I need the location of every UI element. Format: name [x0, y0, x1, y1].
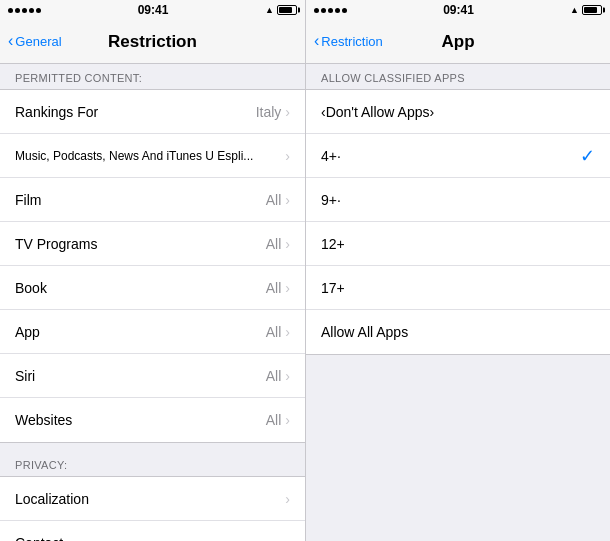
item-value-text: All	[266, 192, 282, 208]
right-back-label: Restriction	[321, 34, 382, 49]
item-label: Book	[15, 280, 47, 296]
list-item[interactable]: Localization‍ ›	[0, 477, 305, 521]
allow-classified-list: ‹Don't Allow Apps› 4+· ✓ 9+· 12+ 17+ All…	[306, 89, 610, 355]
left-panel: 09:41 ▲ ‹ General Restriction PERMITTED …	[0, 0, 305, 541]
right-nav-title: App‍	[441, 32, 474, 52]
right-icons: ▲	[570, 5, 602, 15]
list-item[interactable]: Music, Podcasts, News And iTunes U Espli…	[0, 134, 305, 178]
right-time: 09:41	[443, 3, 474, 17]
right-wifi-icon: ▲	[570, 5, 579, 15]
item-label: Localization‍	[15, 491, 89, 507]
item-value-text: All	[266, 280, 282, 296]
permitted-content-list: Rankings For Italy › Music, Podcasts, Ne…	[0, 89, 305, 443]
item-value: ›	[285, 491, 290, 507]
checkmark-icon: ✓	[580, 145, 595, 167]
item-label: 12+	[321, 236, 345, 252]
item-label: Music, Podcasts, News And iTunes U Espli…	[15, 149, 253, 163]
dot4	[335, 8, 340, 13]
item-value-text: Italy	[256, 104, 282, 120]
item-label: Contact	[15, 535, 63, 542]
right-list-item[interactable]: ‹Don't Allow Apps›	[306, 90, 610, 134]
dot5	[36, 8, 41, 13]
item-label: Siri‍	[15, 368, 35, 384]
dot2	[321, 8, 326, 13]
item-label: 9+·	[321, 192, 341, 208]
item-label: 17+	[321, 280, 345, 296]
dot2	[15, 8, 20, 13]
dot3	[22, 8, 27, 13]
chevron-right-icon: ›	[285, 148, 290, 164]
right-list-item[interactable]: 17+	[306, 266, 610, 310]
left-back-chevron: ‹	[8, 33, 13, 49]
right-list-item[interactable]: 12+	[306, 222, 610, 266]
item-value: All ›	[266, 192, 290, 208]
chevron-right-icon: ›	[285, 324, 290, 340]
right-back-button[interactable]: ‹ Restriction	[314, 34, 383, 49]
right-status-bar: 09:41 ▲	[306, 0, 610, 20]
item-value: All ›	[266, 280, 290, 296]
chevron-right-icon: ›	[285, 412, 290, 428]
left-battery-icon	[277, 5, 297, 15]
left-status-bar: 09:41 ▲	[0, 0, 305, 20]
dot1	[8, 8, 13, 13]
item-label: Allow All Apps	[321, 324, 408, 340]
list-item[interactable]: Film‍ All ›	[0, 178, 305, 222]
privacy-list: Localization‍ › Contact › Calendar › Rem…	[0, 476, 305, 541]
left-time: 09:41	[138, 3, 169, 17]
right-signal	[314, 8, 347, 13]
item-value: All ›	[266, 324, 290, 340]
list-item[interactable]: TV Programs‍ All ›	[0, 222, 305, 266]
left-signal	[8, 8, 41, 13]
item-value: Italy ›	[256, 104, 290, 120]
list-item[interactable]: Siri‍ All ›	[0, 354, 305, 398]
list-item[interactable]: Contact ›	[0, 521, 305, 541]
chevron-right-icon: ›	[285, 491, 290, 507]
chevron-right-icon: ›	[285, 535, 290, 542]
item-value: All ›	[266, 236, 290, 252]
right-empty-area	[306, 355, 610, 541]
item-value-text: All	[266, 324, 282, 340]
right-back-chevron: ‹	[314, 33, 319, 49]
left-nav-bar: ‹ General Restriction	[0, 20, 305, 64]
item-value: ›	[285, 148, 290, 164]
left-wifi-icon: ▲	[265, 5, 274, 15]
chevron-right-icon: ›	[285, 236, 290, 252]
item-value-text: All	[266, 236, 282, 252]
item-label: ‹Don't Allow Apps›	[321, 104, 434, 120]
chevron-right-icon: ›	[285, 192, 290, 208]
item-label: TV Programs‍	[15, 236, 97, 252]
item-label: Rankings For	[15, 104, 98, 120]
left-nav-title: Restriction	[108, 32, 197, 52]
list-item[interactable]: App All ›	[0, 310, 305, 354]
dot4	[29, 8, 34, 13]
dot5	[342, 8, 347, 13]
right-list-item[interactable]: Allow All Apps	[306, 310, 610, 354]
chevron-right-icon: ›	[285, 280, 290, 296]
dot1	[314, 8, 319, 13]
item-value: All ›	[266, 412, 290, 428]
item-label: App	[15, 324, 40, 340]
left-icons: ▲	[265, 5, 297, 15]
dot3	[328, 8, 333, 13]
list-item[interactable]: Websites‍ All ›	[0, 398, 305, 442]
right-nav-bar: ‹ Restriction App‍	[306, 20, 610, 64]
list-item[interactable]: Rankings For Italy ›	[0, 90, 305, 134]
left-back-button[interactable]: ‹ General	[8, 34, 62, 49]
item-value: ›	[285, 535, 290, 542]
chevron-right-icon: ›	[285, 104, 290, 120]
left-back-label: General	[15, 34, 61, 49]
allow-classified-header: ALLOW CLASSIFIED APPS	[306, 64, 610, 89]
right-list-item[interactable]: 9+·	[306, 178, 610, 222]
item-value-text: All	[266, 412, 282, 428]
chevron-right-icon: ›	[285, 368, 290, 384]
item-label: Websites‍	[15, 412, 72, 428]
item-label: Film‍	[15, 192, 41, 208]
item-label: 4+·	[321, 148, 341, 164]
permitted-content-header: PERMITTED CONTENT:	[0, 64, 305, 89]
item-value: All ›	[266, 368, 290, 384]
item-value-text: All	[266, 368, 282, 384]
right-panel: 09:41 ▲ ‹ Restriction App‍ ALLOW CLASSIF…	[305, 0, 610, 541]
list-item[interactable]: Book All ›	[0, 266, 305, 310]
right-battery-icon	[582, 5, 602, 15]
right-list-item[interactable]: 4+· ✓	[306, 134, 610, 178]
